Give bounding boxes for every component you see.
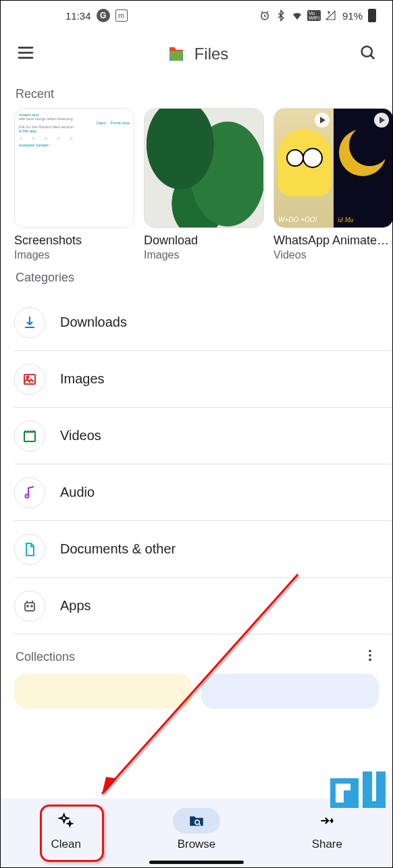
recent-heading: Recent <box>1 78 392 108</box>
download-icon <box>14 307 45 338</box>
recent-row: screen text alle best songs when listeni… <box>1 108 392 261</box>
nav-browse[interactable]: Browse <box>153 808 240 851</box>
video-icon <box>14 421 45 452</box>
bottom-nav: Clean Browse Share <box>1 798 392 867</box>
m-status-icon: m <box>115 9 128 22</box>
category-label: Images <box>60 371 105 387</box>
category-label: Documents & other <box>60 541 176 557</box>
recent-title: Download <box>144 234 264 248</box>
app-title-text: Files <box>194 45 229 63</box>
home-indicator[interactable] <box>149 861 244 864</box>
category-apps[interactable]: Apps <box>14 578 392 634</box>
recent-thumb: screen text alle best songs when listeni… <box>14 108 134 228</box>
search-icon[interactable] <box>359 43 377 65</box>
recent-subtitle: Images <box>14 249 134 261</box>
files-logo-icon <box>166 44 186 64</box>
category-label: Downloads <box>60 315 127 330</box>
category-videos[interactable]: Videos <box>14 408 392 464</box>
menu-icon[interactable] <box>16 43 36 65</box>
play-icon <box>315 113 330 128</box>
categories-list: Downloads Images Videos Audio Documents … <box>1 294 392 634</box>
category-images[interactable]: Images <box>14 351 392 408</box>
alarm-icon <box>259 9 271 22</box>
category-audio[interactable]: Audio <box>14 464 392 521</box>
nav-label: Clean <box>51 838 80 851</box>
folder-search-icon <box>188 812 205 830</box>
image-icon <box>14 364 45 395</box>
audio-icon <box>14 477 45 508</box>
svg-point-11 <box>27 605 28 607</box>
svg-point-9 <box>26 494 29 497</box>
play-icon <box>374 113 389 128</box>
svg-point-12 <box>31 605 32 607</box>
collection-card[interactable] <box>14 674 192 709</box>
battery-percent: 91% <box>342 10 363 22</box>
app-title: Files <box>166 44 229 64</box>
wifi-icon <box>291 9 303 22</box>
collections-cards <box>1 670 392 709</box>
document-icon <box>14 534 45 565</box>
nav-clean[interactable]: Clean <box>22 808 110 851</box>
categories-heading: Categories <box>1 261 392 292</box>
collections-row: Collections <box>1 634 392 670</box>
status-time: 11:34 <box>66 10 91 22</box>
recent-thumb: W+DO +OO! id Mu <box>273 108 392 228</box>
svg-rect-10 <box>25 603 34 611</box>
recent-title: WhatsApp Animated... <box>273 234 392 248</box>
recent-subtitle: Images <box>144 249 264 261</box>
battery-icon <box>368 9 376 22</box>
nav-share[interactable]: Share <box>283 808 371 851</box>
category-label: Videos <box>60 428 101 443</box>
svg-marker-19 <box>102 777 115 794</box>
recent-card-whatsapp[interactable]: W+DO +OO! id Mu WhatsApp Animated... Vid… <box>273 108 392 261</box>
status-bar: 11:34 G m VoWiFi 91% <box>1 1 392 30</box>
vowifi-icon: VoWiFi <box>307 10 321 21</box>
svg-point-14 <box>369 654 371 657</box>
svg-rect-8 <box>24 432 35 441</box>
svg-point-15 <box>369 659 371 661</box>
apps-icon <box>14 591 45 622</box>
svg-line-5 <box>371 55 375 59</box>
nav-label: Browse <box>178 838 216 851</box>
signal-icon <box>325 9 337 22</box>
category-label: Apps <box>60 598 91 614</box>
sparkle-icon <box>57 812 75 830</box>
svg-point-13 <box>369 650 371 653</box>
google-status-icon: G <box>97 9 110 22</box>
recent-title: Screenshots <box>14 234 134 248</box>
recent-thumb <box>144 108 264 228</box>
bluetooth-icon <box>275 9 287 22</box>
app-bar: Files <box>1 30 392 78</box>
share-icon <box>318 812 336 830</box>
recent-subtitle: Videos <box>273 249 392 261</box>
category-label: Audio <box>60 485 95 500</box>
svg-point-4 <box>362 47 372 57</box>
recent-card-download[interactable]: Download Images <box>144 108 264 261</box>
recent-card-screenshots[interactable]: screen text alle best songs when listeni… <box>14 108 134 261</box>
collections-heading: Collections <box>16 650 75 664</box>
more-icon[interactable] <box>363 648 377 666</box>
category-documents[interactable]: Documents & other <box>14 521 392 578</box>
svg-point-7 <box>27 376 29 378</box>
nav-label: Share <box>312 838 342 851</box>
category-downloads[interactable]: Downloads <box>14 294 392 351</box>
collection-card[interactable] <box>201 674 379 709</box>
